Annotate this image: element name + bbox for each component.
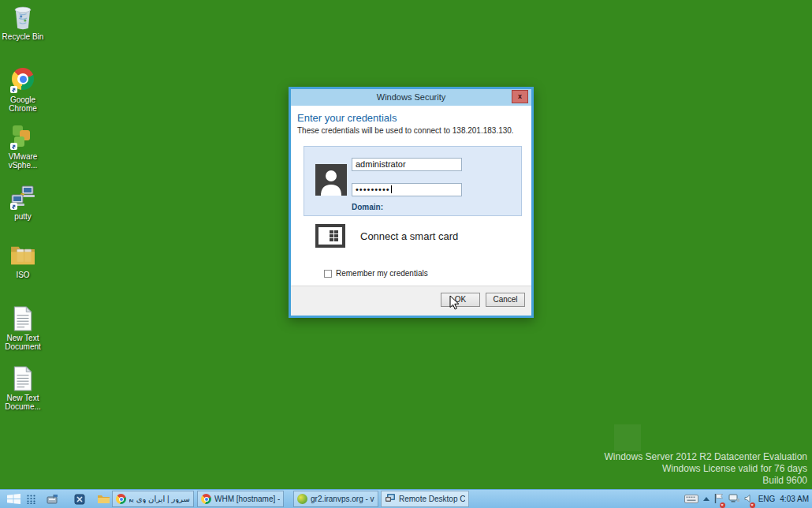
language-indicator[interactable]: ENG — [758, 495, 776, 503]
taskbar-button-label: سرور | ایران وی پی اس… — [129, 495, 190, 503]
domain-label: Domain: — [352, 203, 383, 211]
taskbar-button-label: WHM [hostname] - ... — [214, 495, 280, 503]
password-masked-value: ••••••••• — [356, 185, 390, 194]
chrome-icon — [116, 494, 126, 504]
mouse-cursor — [449, 295, 460, 313]
remote-desktop-icon — [385, 492, 396, 506]
iso-folder-icon — [9, 243, 36, 268]
network-icon[interactable] — [728, 492, 739, 506]
chrome-icon — [9, 68, 36, 93]
remember-checkbox[interactable] — [324, 270, 332, 278]
text-document-icon — [9, 366, 36, 391]
desktop-icon-label: Recycle Bin — [0, 32, 46, 41]
clock[interactable]: 4:03 AM — [780, 495, 809, 503]
error-badge: × — [720, 502, 725, 508]
text-document-icon — [9, 306, 36, 331]
desktop-background: Recycle Bin Google Chrome VMware vSphe..… — [0, 0, 812, 508]
dialog-subheading: These credentials will be used to connec… — [297, 126, 514, 135]
cancel-button[interactable]: Cancel — [486, 293, 525, 307]
watermark-line-edition: Windows Server 2012 R2 Datacenter Evalua… — [605, 451, 807, 463]
shortcut-arrow-icon — [10, 143, 17, 150]
vsphere-client-icon — [297, 494, 307, 504]
shortcut-arrow-icon — [10, 86, 17, 93]
taskbar-button-label: gr2.iranvps.org - vSp... — [311, 495, 374, 503]
remember-label: Remember my credentials — [336, 269, 428, 278]
desktop-icon-new-text-document-2[interactable]: New Text Docume... — [0, 366, 46, 411]
taskbar-button-vsphere[interactable]: gr2.iranvps.org - vSp... — [293, 491, 378, 507]
smart-card-label: Connect a smart card — [360, 230, 458, 242]
desktop-icon-label: New Text Document — [0, 334, 46, 351]
shortcut-arrow-icon — [10, 203, 17, 210]
desktop-icon-label: putty — [0, 212, 46, 221]
volume-muted-icon[interactable]: × — [744, 492, 754, 506]
windows-security-dialog: Windows Security x Enter your credential… — [289, 87, 534, 318]
desktop-icon-label: New Text Docume... — [0, 394, 46, 411]
close-button[interactable]: x — [512, 90, 528, 103]
text-caret — [391, 185, 392, 193]
taskbar-button-remote-desktop[interactable]: Remote Desktop Co... — [381, 491, 469, 507]
desktop-icon-new-text-document[interactable]: New Text Document — [0, 306, 46, 351]
smart-card-icon — [315, 220, 346, 255]
desktop-icon-google-chrome[interactable]: Google Chrome — [0, 66, 46, 113]
show-hidden-icons-chevron[interactable] — [703, 497, 710, 501]
credentials-section: administrator ••••••••• Domain: — [304, 146, 522, 216]
dialog-title: Windows Security — [377, 92, 445, 102]
dialog-heading: Enter your credentials — [297, 112, 397, 124]
smart-card-option[interactable]: Connect a smart card — [315, 220, 512, 253]
server-manager-icon[interactable] — [43, 490, 61, 508]
desktop-icon-label: VMware vSphe... — [0, 152, 46, 170]
remember-credentials-option[interactable]: Remember my credentials — [320, 269, 428, 278]
desktop-icon-vmware-vsphere[interactable]: VMware vSphe... — [0, 125, 46, 170]
dialog-footer: OK Cancel — [291, 286, 531, 316]
system-tray: × × ENG 4:03 AM — [684, 490, 809, 508]
user-avatar-icon — [315, 164, 347, 196]
desktop-icon-recycle-bin[interactable]: Recycle Bin — [0, 5, 46, 41]
watermark-line-license: Windows License valid for 76 days — [605, 463, 807, 475]
start-button[interactable] — [3, 490, 24, 508]
taskbar-button-iranvps[interactable]: سرور | ایران وی پی اس… — [112, 491, 194, 507]
desktop-artifact — [614, 424, 641, 451]
dialog-titlebar[interactable]: Windows Security — [291, 89, 531, 106]
taskbar-button-label: Remote Desktop Co... — [399, 495, 465, 503]
desktop-icon-label: ISO — [0, 271, 46, 279]
file-explorer-icon[interactable] — [94, 490, 113, 508]
apps-grid-icon[interactable] — [24, 490, 38, 508]
windows-logo-icon — [7, 494, 20, 504]
recycle-bin-icon — [9, 5, 36, 30]
username-input[interactable]: administrator — [352, 158, 462, 171]
password-input[interactable]: ••••••••• — [352, 183, 462, 196]
taskbar: سرور | ایران وی پی اس… WHM [hostname] - … — [0, 489, 812, 508]
desktop-icon-label: Google Chrome — [0, 95, 46, 113]
putty-icon — [9, 185, 36, 210]
action-center-flag-icon[interactable]: × — [714, 492, 724, 506]
username-value: administrator — [356, 159, 406, 169]
vmware-vsphere-icon — [9, 125, 36, 150]
touch-keyboard-icon[interactable] — [684, 492, 698, 506]
windows-evaluation-watermark: Windows Server 2012 R2 Datacenter Evalua… — [605, 451, 807, 487]
desktop-icon-iso-folder[interactable]: ISO — [0, 243, 46, 279]
muted-badge: × — [750, 502, 755, 508]
watermark-line-build: Build 9600 — [605, 475, 807, 487]
app-2x-icon[interactable] — [71, 490, 88, 508]
ok-button[interactable]: OK — [441, 293, 480, 307]
taskbar-button-whm[interactable]: WHM [hostname] - ... — [197, 491, 284, 507]
chrome-icon — [201, 494, 211, 504]
desktop-icon-putty[interactable]: ISO putty — [0, 185, 46, 221]
